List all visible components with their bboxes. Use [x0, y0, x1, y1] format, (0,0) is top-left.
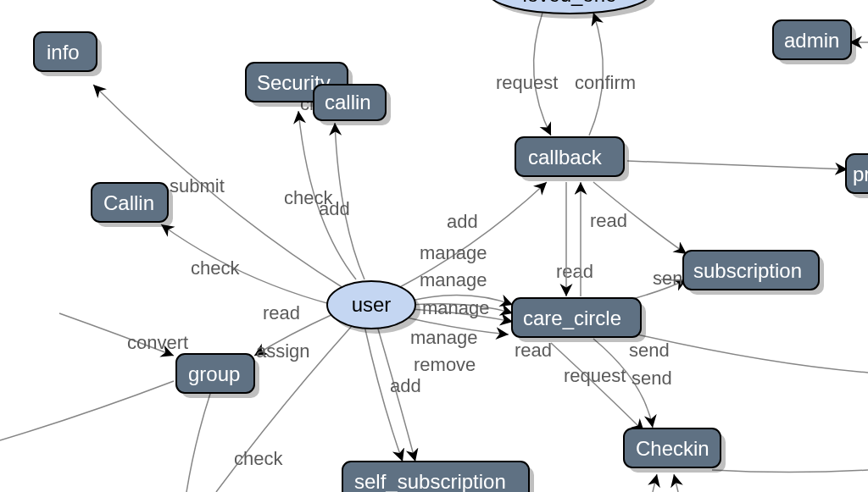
edge-label-add-sec: add — [319, 198, 350, 219]
node-user-label: user — [352, 293, 392, 316]
edge-label-send3: send — [632, 368, 672, 389]
node-loved-one-label: loved_one — [523, 0, 617, 6]
node-callin-small-label: callin — [325, 91, 371, 113]
edge-label-request: request — [496, 72, 558, 93]
edge-label-assign: assign — [256, 340, 310, 362]
edge-label-check1: check — [191, 257, 240, 279]
edge-label-manage4: manage — [410, 327, 478, 348]
edge-label-confirm: confirm — [575, 72, 636, 93]
graph-canvas: submit check add check check read assign… — [0, 0, 868, 492]
edge-label-request2: request — [564, 365, 626, 386]
edge-label-manage1: manage — [420, 242, 487, 263]
edge-label-add-cb: add — [447, 211, 478, 232]
node-prof-label: prof — [853, 163, 868, 185]
node-group-label: group — [188, 362, 240, 385]
edge-label-submit: submit — [170, 175, 225, 196]
node-care-circle-label: care_circle — [523, 307, 621, 329]
edge-label-manage3: manage — [422, 297, 490, 318]
node-info-label: info — [47, 41, 80, 64]
edge-label-read3: read — [515, 340, 552, 361]
node-checkin-label: Checkin — [636, 437, 709, 460]
edge-label-add2: add — [390, 375, 421, 396]
edge-label-read2: read — [590, 210, 627, 231]
node-callin-big-label: Callin — [103, 191, 154, 214]
node-self-sub-label: self_subscription — [354, 470, 506, 492]
edge-label-manage2: manage — [420, 269, 487, 290]
edge-label-send2: send — [629, 340, 670, 361]
edge-label-convert: convert — [127, 332, 188, 353]
edge-label-read1: read — [263, 302, 300, 323]
edge-label-check3: check — [234, 448, 283, 469]
edge-label-remove: remove — [414, 354, 476, 375]
edge-label-read-cc: read — [556, 261, 593, 282]
node-admin-label: admin — [784, 29, 839, 52]
node-callback-label: callback — [528, 146, 603, 169]
node-subscription-label: subscription — [693, 259, 802, 282]
